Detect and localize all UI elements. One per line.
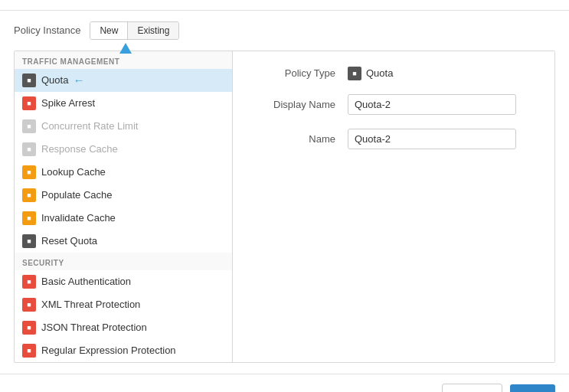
lookup-cache-icon: ■ [22,165,36,179]
xml-threat-label: XML Threat Protection [41,299,140,310]
reset-quota-icon: ■ [22,234,36,248]
detail-panel: Policy Type ■ Quota Display Name Name [233,51,554,362]
cancel-button[interactable]: Cancel [442,384,502,393]
response-cache-label: Response Cache [41,143,118,155]
policy-instance-label: Policy Instance [14,24,80,36]
policy-item-invalidate-cache[interactable]: ■ Invalidate Cache [15,207,232,230]
new-toggle-button[interactable]: New [90,22,128,39]
regex-protection-label: Regular Expression Protection [41,345,176,356]
policy-instance-row: Policy Instance New Existing [14,21,555,40]
add-button[interactable]: Add [510,384,555,393]
invalidate-cache-label: Invalidate Cache [41,212,116,224]
close-button[interactable]: × [547,0,555,1]
security-header: SECURITY [15,253,232,270]
display-name-row: Display Name [251,94,536,115]
name-row: Name [251,129,536,149]
policy-item-lookup-cache[interactable]: ■ Lookup Cache [15,161,232,184]
policy-item-quota[interactable]: ■ Quota ← [15,69,232,92]
quota-selected-arrow: ← [73,74,84,87]
modal-footer: Cancel Add [0,374,569,393]
display-name-label: Display Name [251,99,335,110]
policy-type-value: ■ Quota [348,67,393,80]
add-step-modal: Add Step × Policy Instance New Existing … [0,0,569,392]
policy-item-response-cache: ■ Response Cache [15,138,232,161]
traffic-management-header: TRAFFIC MANAGEMENT [15,51,232,69]
regex-protection-icon: ■ [22,344,36,358]
json-threat-label: JSON Threat Protection [41,322,147,333]
populate-cache-icon: ■ [22,188,36,202]
policy-type-row: Policy Type ■ Quota [251,67,536,80]
name-label: Name [251,133,335,145]
quota-icon: ■ [22,74,36,87]
response-cache-icon: ■ [22,142,36,156]
modal-body: Policy Instance New Existing TRAFFIC MAN… [0,11,569,374]
populate-cache-label: Populate Cache [41,189,113,201]
name-input[interactable] [348,129,516,149]
policy-item-xml-threat[interactable]: ■ XML Threat Protection [15,293,232,316]
concurrent-rate-limit-icon: ■ [22,119,36,133]
invalidate-cache-icon: ■ [22,211,36,225]
policy-item-spike-arrest[interactable]: ■ Spike Arrest [15,92,232,115]
policy-type-icon: ■ [348,67,361,80]
basic-auth-icon: ■ [22,275,36,289]
reset-quota-label: Reset Quota [41,235,97,247]
modal-header: Add Step × [0,0,569,11]
policy-instance-toggle: New Existing [90,21,179,40]
policy-item-reset-quota[interactable]: ■ Reset Quota [15,230,232,253]
policy-list: TRAFFIC MANAGEMENT ■ Quota ← ■ Spike Arr… [15,51,233,362]
modal-overlay: Add Step × Policy Instance New Existing … [0,0,569,392]
xml-threat-icon: ■ [22,298,36,312]
content-area: TRAFFIC MANAGEMENT ■ Quota ← ■ Spike Arr… [14,51,555,363]
modal-title: Add Step [14,0,64,1]
quota-label: Quota [41,74,68,86]
json-threat-icon: ■ [22,321,36,335]
policy-item-regex-protection[interactable]: ■ Regular Expression Protection [15,339,232,362]
policy-item-basic-auth[interactable]: ■ Basic Authentication [15,270,232,293]
basic-auth-label: Basic Authentication [41,276,131,287]
policy-item-populate-cache[interactable]: ■ Populate Cache [15,184,232,207]
spike-arrest-label: Spike Arrest [41,97,95,109]
policy-type-label: Policy Type [251,67,335,79]
policy-item-json-threat[interactable]: ■ JSON Threat Protection [15,316,232,339]
display-name-input[interactable] [348,94,516,115]
concurrent-rate-limit-label: Concurrent Rate Limit [41,120,138,132]
lookup-cache-label: Lookup Cache [41,166,106,178]
existing-toggle-button[interactable]: Existing [128,22,178,39]
arrow-indicator [119,43,132,54]
policy-item-concurrent-rate-limit: ■ Concurrent Rate Limit [15,115,232,138]
spike-arrest-icon: ■ [22,96,36,110]
policy-type-text: Quota [366,67,393,79]
